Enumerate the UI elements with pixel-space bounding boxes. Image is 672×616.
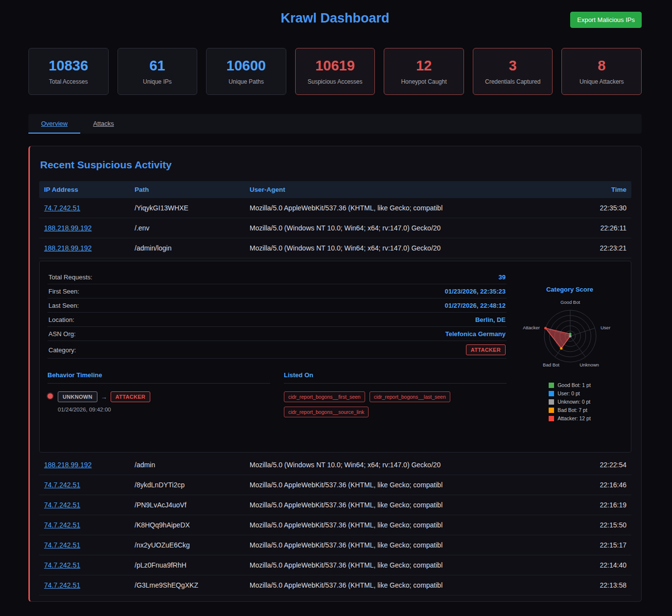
field-value: Telefonica Germany xyxy=(445,330,506,338)
listed-badge[interactable]: cidr_report_bogons__last_seen xyxy=(370,391,450,402)
export-malicious-ips-button[interactable]: Export Malicious IPs xyxy=(570,12,642,28)
field-label: Location: xyxy=(48,316,74,323)
path-cell: /admin/login xyxy=(130,238,245,258)
detail-field-category: Category: ATTACKER xyxy=(47,341,507,359)
detail-field-total-requests: Total Requests:39 xyxy=(47,270,507,284)
user-agent-cell: Mozilla/5.0 AppleWebKit/537.36 (KHTML, l… xyxy=(245,555,568,575)
ip-cell: 74.7.242.51 xyxy=(39,198,130,218)
listed-badge[interactable]: cidr_report_bogons__source_link xyxy=(284,407,369,417)
table-row[interactable]: 74.7.242.51/pLz0Fnua9fRhHMozilla/5.0 App… xyxy=(39,555,631,575)
tab-attacks[interactable]: Attacks xyxy=(80,114,127,134)
ip-cell: 74.7.242.51 xyxy=(39,555,130,575)
timeline-body: UNKNOWN → ATTACKER 01/24/2026, 09:42:00 xyxy=(58,391,150,412)
user-agent-cell: Mozilla/5.0 (Windows NT 10.0; Win64; x64… xyxy=(245,218,568,238)
ip-link[interactable]: 74.7.242.51 xyxy=(44,581,80,589)
table-row[interactable]: 74.7.242.51/8ykdLnDYTi2cpMozilla/5.0 App… xyxy=(39,475,631,495)
svg-text:Attacker: Attacker xyxy=(523,325,540,330)
field-value: 39 xyxy=(499,274,506,281)
ip-link[interactable]: 74.7.242.51 xyxy=(44,204,80,212)
column-header-path: Path xyxy=(130,181,245,198)
table-row[interactable]: 74.7.242.51/K8HQq9hAipeDXMozilla/5.0 App… xyxy=(39,515,631,535)
time-cell: 22:22:54 xyxy=(568,455,631,475)
time-cell: 22:16:19 xyxy=(568,495,631,515)
stat-card-honeypot-caught: 12Honeypot Caught xyxy=(384,48,464,95)
ip-cell: 74.7.242.51 xyxy=(39,575,130,595)
ip-cell: 74.7.242.51 xyxy=(39,475,130,495)
table-header-row: IP AddressPathUser-AgentTime xyxy=(39,181,631,198)
stat-label: Unique Paths xyxy=(210,78,282,85)
stat-value: 10619 xyxy=(300,58,371,74)
page-title: Krawl Dashboard xyxy=(280,11,389,25)
legend-item: Bad Bot: 7 pt xyxy=(549,407,591,413)
user-agent-cell: Mozilla/5.0 AppleWebKit/537.36 (KHTML, l… xyxy=(245,515,568,535)
time-cell: 22:26:11 xyxy=(568,218,631,238)
table-rows-before-detail: 74.7.242.51/YiqykGI13WHXEMozilla/5.0 App… xyxy=(39,198,631,258)
ip-link[interactable]: 74.7.242.51 xyxy=(44,501,80,509)
time-cell: 22:15:17 xyxy=(568,535,631,555)
field-label: Last Seen: xyxy=(48,302,79,309)
svg-text:Bad Bot: Bad Bot xyxy=(543,362,559,367)
tab-overview[interactable]: Overview xyxy=(28,114,80,134)
time-cell: 22:14:40 xyxy=(568,555,631,575)
table-rows-after-detail: 188.218.99.192/adminMozilla/5.0 (Windows… xyxy=(39,455,631,595)
path-cell: /G3Lme9ShEQgXKZ xyxy=(130,575,245,595)
ip-detail-left: Total Requests:39First Seen:01/23/2026, … xyxy=(47,270,507,442)
listed-badge[interactable]: cidr_report_bogons__first_seen xyxy=(284,391,365,402)
ip-link[interactable]: 188.218.99.192 xyxy=(44,224,92,232)
legend-item: Good Bot: 1 pt xyxy=(549,382,591,388)
stat-label: Unique IPs xyxy=(122,78,193,85)
category-score-chart: Category Score Good BotUserUnknownBad Bo… xyxy=(516,270,623,442)
column-header-time: Time xyxy=(568,181,631,198)
legend-label: Good Bot: 1 pt xyxy=(557,382,591,388)
listed-on-badges: cidr_report_bogons__first_seencidr_repor… xyxy=(284,391,507,417)
legend-item: Attacker: 12 pt xyxy=(549,415,591,421)
table-row[interactable]: 74.7.242.51/G3Lme9ShEQgXKZMozilla/5.0 Ap… xyxy=(39,575,631,595)
user-agent-cell: Mozilla/5.0 (Windows NT 10.0; Win64; x64… xyxy=(245,455,568,475)
path-cell: /PN9LvAcJ4uoVf xyxy=(130,495,245,515)
ip-cell: 188.218.99.192 xyxy=(39,238,130,258)
ip-cell: 188.218.99.192 xyxy=(39,218,130,238)
field-value: Berlin, DE xyxy=(475,316,506,323)
path-cell: /pLz0Fnua9fRhH xyxy=(130,555,245,575)
radar-chart-svg: Good BotUserUnknownBad BotAttacker xyxy=(517,295,623,372)
path-cell: /YiqykGI13WHXE xyxy=(130,198,245,218)
ip-link[interactable]: 74.7.242.51 xyxy=(44,481,80,489)
table-row[interactable]: 74.7.242.51/nx2yUOZuE6CkgMozilla/5.0 App… xyxy=(39,535,631,555)
ip-link[interactable]: 188.218.99.192 xyxy=(44,244,92,252)
time-cell: 22:16:46 xyxy=(568,475,631,495)
user-agent-cell: Mozilla/5.0 AppleWebKit/537.36 (KHTML, l… xyxy=(245,495,568,515)
legend-swatch xyxy=(549,408,554,413)
stat-label: Suspicious Accesses xyxy=(300,78,371,85)
svg-text:Good Bot: Good Bot xyxy=(560,299,579,305)
legend-swatch xyxy=(549,416,554,421)
table-row[interactable]: 188.218.99.192/admin/loginMozilla/5.0 (W… xyxy=(39,238,631,258)
listed-on-title: Listed On xyxy=(284,370,507,384)
path-cell: /admin xyxy=(130,455,245,475)
time-cell: 22:15:50 xyxy=(568,515,631,535)
stat-value: 10836 xyxy=(33,58,104,74)
ip-link[interactable]: 74.7.242.51 xyxy=(44,521,80,529)
table-row[interactable]: 188.218.99.192/adminMozilla/5.0 (Windows… xyxy=(39,455,631,475)
stat-value: 10600 xyxy=(210,58,282,74)
table-row[interactable]: 74.7.242.51/YiqykGI13WHXEMozilla/5.0 App… xyxy=(39,198,631,218)
legend-swatch xyxy=(549,399,554,405)
path-cell: /8ykdLnDYTi2cp xyxy=(130,475,245,495)
timeline-to-badge: ATTACKER xyxy=(111,391,150,402)
user-agent-cell: Mozilla/5.0 AppleWebKit/537.36 (KHTML, l… xyxy=(245,198,568,218)
legend-label: User: 0 pt xyxy=(557,390,580,396)
legend-label: Bad Bot: 7 pt xyxy=(557,407,587,413)
stat-value: 12 xyxy=(388,58,460,74)
ip-link[interactable]: 188.218.99.192 xyxy=(44,461,92,469)
stat-card-unique-ips: 61Unique IPs xyxy=(117,48,198,95)
suspicious-activity-panel: Recent Suspicious Activity IP AddressPat… xyxy=(28,146,642,602)
ip-cell: 188.218.99.192 xyxy=(39,455,130,475)
table-row[interactable]: 188.218.99.192/.envMozilla/5.0 (Windows … xyxy=(39,218,631,238)
ip-link[interactable]: 74.7.242.51 xyxy=(44,561,80,569)
behavior-timeline-title: Behavior Timeline xyxy=(47,370,270,384)
table-row[interactable]: 74.7.242.51/PN9LvAcJ4uoVfMozilla/5.0 App… xyxy=(39,495,631,515)
column-header-user-agent: User-Agent xyxy=(245,181,568,198)
path-cell: /K8HQq9hAipeDX xyxy=(130,515,245,535)
ip-link[interactable]: 74.7.242.51 xyxy=(44,541,80,549)
stat-label: Unique Attackers xyxy=(566,78,637,85)
stat-label: Total Accesses xyxy=(33,78,104,85)
